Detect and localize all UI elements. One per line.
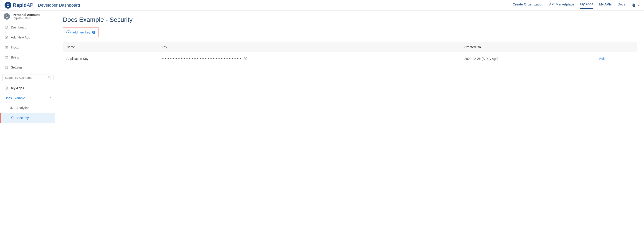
svg-point-2: [6, 15, 7, 16]
svg-point-0: [8, 4, 9, 5]
main: Docs Example - Security + add new key i …: [56, 11, 644, 249]
svg-point-7: [6, 67, 7, 68]
app-group-header[interactable]: Docs Example ⌃: [0, 93, 56, 103]
logo-text: RapidAPI: [13, 2, 35, 8]
sidebar-item-label: My Apps: [11, 86, 51, 90]
sidebar-item-billing[interactable]: Billing ⌄: [0, 52, 56, 62]
cell-actions: Edit: [596, 52, 637, 65]
app-group: Docs Example ⌃ Analytics Security: [0, 93, 56, 123]
gauge-icon: [4, 26, 8, 29]
table-header-row: Name Key Created On: [63, 42, 637, 52]
cell-name: Application Key: [63, 52, 158, 65]
search-icon: [48, 76, 51, 80]
nav-create-organization[interactable]: Create Organization: [513, 2, 543, 8]
sidebar-item-dashboard[interactable]: Dashboard: [0, 22, 56, 32]
sidebar-item-add-app[interactable]: Add New App: [0, 32, 56, 42]
caret-down-icon: ▼: [637, 4, 640, 6]
col-name: Name: [63, 42, 158, 52]
sidebar-item-security[interactable]: Security: [1, 113, 55, 123]
search-wrap: [0, 72, 56, 83]
table-row: Application Key ••••••••••••••••••••••••…: [63, 52, 637, 65]
header-left: RapidAPI Developer Dashboard: [4, 2, 80, 9]
plus-circle-icon: [4, 36, 8, 39]
sidebar-item-label: Inbox: [11, 46, 51, 49]
svg-point-1: [633, 4, 634, 6]
header-title: Developer Dashboard: [38, 3, 80, 8]
cell-key: ••••••••••••••••••••••••••••••••••••••••…: [158, 52, 461, 65]
app-group-name: Docs Example: [4, 96, 25, 100]
nav-docs[interactable]: Docs: [618, 2, 625, 8]
add-new-key-button[interactable]: + add new key: [66, 30, 90, 34]
add-key-label: add new key: [72, 30, 90, 34]
sidebar-item-label: Dashboard: [11, 26, 51, 29]
credit-card-icon: [4, 56, 8, 59]
sidebar-item-inbox[interactable]: Inbox: [0, 42, 56, 52]
edit-link[interactable]: Edit: [599, 57, 605, 60]
col-key: Key: [158, 42, 461, 52]
cell-created: 2020-02-25 (A Day Ago): [461, 52, 596, 65]
logo-icon: [4, 2, 12, 9]
sidebar-item-settings[interactable]: Settings: [0, 62, 56, 72]
nav-my-apps[interactable]: My Apps: [580, 2, 593, 9]
sidebar-item-label: Settings: [11, 66, 51, 69]
chevron-down-icon: ⌄: [49, 56, 51, 59]
account-name: Personal Account: [13, 13, 47, 16]
plus-circle-icon: +: [66, 30, 70, 34]
svg-rect-5: [5, 46, 8, 48]
col-actions: [596, 42, 637, 52]
svg-point-9: [5, 87, 8, 90]
sidebar-item-my-apps[interactable]: My Apps: [0, 83, 56, 93]
sidebar-item-label: Billing: [11, 56, 46, 59]
user-icon: [4, 13, 10, 20]
sidebar-item-label: Security: [17, 116, 29, 120]
search-input[interactable]: [5, 76, 48, 80]
info-icon[interactable]: i: [92, 31, 95, 34]
account-text: Personal Account RapidAPI Docs: [13, 13, 47, 20]
user-menu[interactable]: ▼: [631, 3, 640, 8]
sidebar-item-label: Analytics: [16, 106, 29, 110]
chevron-up-icon: ⌃: [49, 97, 51, 100]
user-avatar-icon: [631, 3, 636, 8]
sidebar-item-analytics[interactable]: Analytics: [0, 103, 56, 113]
gear-icon: [4, 66, 8, 69]
account-switcher[interactable]: Personal Account RapidAPI Docs ⌄: [0, 11, 56, 22]
chevron-down-icon: ⌄: [50, 15, 52, 18]
page-title: Docs Example - Security: [63, 16, 637, 24]
add-key-row: + add new key i: [63, 28, 637, 37]
key-masked: ••••••••••••••••••••••••••••••••••••••••…: [162, 57, 242, 60]
sidebar-item-label: Add New App: [11, 36, 51, 39]
header: RapidAPI Developer Dashboard Create Orga…: [0, 0, 644, 11]
sidebar: Personal Account RapidAPI Docs ⌄ Dashboa…: [0, 11, 56, 249]
bar-chart-icon: [10, 106, 14, 110]
svg-point-8: [48, 76, 50, 78]
keys-table: Name Key Created On Application Key ••••…: [63, 42, 637, 65]
mail-icon: [4, 46, 8, 49]
logo[interactable]: RapidAPI: [4, 2, 35, 9]
eye-off-icon[interactable]: [244, 56, 247, 61]
search-box[interactable]: [2, 74, 54, 81]
highlight-box-add-key: + add new key i: [63, 28, 99, 37]
nav-my-apis[interactable]: My APIs: [599, 2, 612, 8]
highlight-box-security: Security: [0, 113, 55, 123]
header-nav: Create Organization API Marketplace My A…: [513, 2, 640, 9]
col-created: Created On: [461, 42, 596, 52]
check-circle-icon: [4, 86, 8, 90]
layout: Personal Account RapidAPI Docs ⌄ Dashboa…: [0, 11, 644, 249]
nav-api-marketplace[interactable]: API Marketplace: [549, 2, 574, 8]
svg-rect-6: [5, 56, 8, 58]
shield-icon: [11, 116, 14, 120]
account-sub: RapidAPI Docs: [13, 16, 47, 20]
